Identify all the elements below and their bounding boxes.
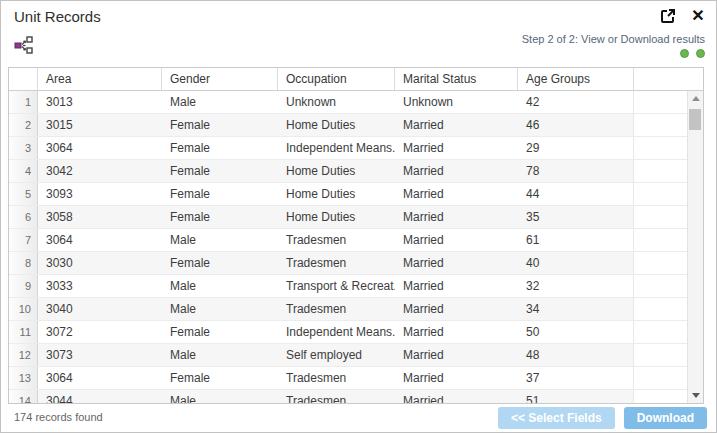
- open-in-new-window-button[interactable]: [659, 7, 677, 25]
- table-cell-marital: Unknown: [395, 91, 518, 113]
- scrollbar-thumb[interactable]: [689, 109, 701, 130]
- table-cell-gender: Male: [162, 275, 278, 297]
- table-header-row: Area Gender Occupation Marital Status Ag…: [9, 68, 703, 91]
- table-cell-gender: Male: [162, 229, 278, 251]
- vertical-scrollbar[interactable]: [687, 91, 703, 403]
- table-cell-area: 3042: [38, 160, 162, 182]
- table-cell-gender: Female: [162, 367, 278, 389]
- relationships-icon[interactable]: [14, 35, 34, 55]
- table-cell-gender: Female: [162, 206, 278, 228]
- table-cell-marital: Married: [395, 321, 518, 343]
- table-cell-age: 42: [518, 91, 634, 113]
- table-cell-age: 29: [518, 137, 634, 159]
- table-cell-area: 3040: [38, 298, 162, 320]
- row-number-cell: 1: [9, 91, 38, 113]
- table-cell-gender: Male: [162, 298, 278, 320]
- table-cell-age: 51: [518, 390, 634, 403]
- table-cell-occupation: Tradesmen: [278, 252, 395, 274]
- table-cell-area: 3064: [38, 137, 162, 159]
- column-header-area[interactable]: Area: [38, 68, 162, 90]
- table-row[interactable]: 43042FemaleHome DutiesMarried78: [9, 160, 703, 183]
- table-cell-area: 3064: [38, 229, 162, 251]
- table-cell-occupation: Tradesmen: [278, 390, 395, 403]
- step-progress-dots: [522, 49, 705, 58]
- table-cell-marital: Married: [395, 298, 518, 320]
- table-row[interactable]: 23015FemaleHome DutiesMarried46: [9, 114, 703, 137]
- table-row[interactable]: 103040MaleTradesmenMarried34: [9, 298, 703, 321]
- table-cell-marital: Married: [395, 137, 518, 159]
- table-cell-occupation: Home Duties: [278, 160, 395, 182]
- table-row[interactable]: 33064FemaleIndependent Means...Married29: [9, 137, 703, 160]
- column-header-gender[interactable]: Gender: [162, 68, 278, 90]
- records-count: 174 records found: [14, 411, 103, 423]
- table-cell-age: 46: [518, 114, 634, 136]
- open-in-new-window-icon: [660, 8, 676, 24]
- table-cell-occupation: Home Duties: [278, 114, 395, 136]
- table-cell-area: 3044: [38, 390, 162, 403]
- table-row[interactable]: 113072FemaleIndependent Means...Married5…: [9, 321, 703, 344]
- table-cell-age: 44: [518, 183, 634, 205]
- table-cell-occupation: Independent Means...: [278, 137, 395, 159]
- table-cell-marital: Married: [395, 160, 518, 182]
- row-number-cell: 11: [9, 321, 38, 343]
- table-cell-age: 50: [518, 321, 634, 343]
- unit-records-dialog: Unit Records ✕: [0, 0, 717, 433]
- table-cell-marital: Married: [395, 229, 518, 251]
- scrollbar-up-button[interactable]: [688, 91, 703, 106]
- table-cell-occupation: Home Duties: [278, 183, 395, 205]
- row-number-cell: 4: [9, 160, 38, 182]
- row-number-cell: 8: [9, 252, 38, 274]
- table-cell-area: 3033: [38, 275, 162, 297]
- row-number-header: [9, 68, 38, 90]
- column-header-marital-status[interactable]: Marital Status: [395, 68, 518, 90]
- table-cell-marital: Married: [395, 367, 518, 389]
- table-cell-marital: Married: [395, 183, 518, 205]
- footer-buttons: << Select Fields Download: [498, 407, 707, 429]
- table-cell-area: 3015: [38, 114, 162, 136]
- table-row[interactable]: 73064MaleTradesmenMarried61: [9, 229, 703, 252]
- select-fields-button[interactable]: << Select Fields: [498, 407, 615, 429]
- table-cell-marital: Married: [395, 114, 518, 136]
- table-row[interactable]: 53093FemaleHome DutiesMarried44: [9, 183, 703, 206]
- table-row[interactable]: 93033MaleTransport & Recreat...Married32: [9, 275, 703, 298]
- table-row[interactable]: 83030FemaleTradesmenMarried40: [9, 252, 703, 275]
- row-number-cell: 9: [9, 275, 38, 297]
- scroll-up-icon: [692, 96, 700, 101]
- row-number-cell: 2: [9, 114, 38, 136]
- scrollbar-down-button[interactable]: [688, 388, 703, 403]
- column-header-age-groups[interactable]: Age Groups: [518, 68, 634, 90]
- close-button[interactable]: ✕: [689, 7, 707, 25]
- table-row[interactable]: 13013MaleUnknownUnknown42: [9, 91, 703, 114]
- table-cell-marital: Married: [395, 206, 518, 228]
- download-button[interactable]: Download: [624, 407, 707, 429]
- records-grid: Area Gender Occupation Marital Status Ag…: [8, 67, 704, 404]
- table-cell-area: 3058: [38, 206, 162, 228]
- table-cell-occupation: Independent Means...: [278, 321, 395, 343]
- table-cell-gender: Male: [162, 390, 278, 403]
- table-cell-marital: Married: [395, 344, 518, 366]
- table-cell-area: 3073: [38, 344, 162, 366]
- table-row[interactable]: 123073MaleSelf employedMarried48: [9, 344, 703, 367]
- table-row[interactable]: 143044MaleTradesmenMarried51: [9, 390, 703, 403]
- table-cell-area: 3093: [38, 183, 162, 205]
- table-cell-gender: Female: [162, 321, 278, 343]
- page-title: Unit Records: [14, 8, 101, 25]
- window-controls: ✕: [659, 7, 707, 25]
- column-header-occupation[interactable]: Occupation: [278, 68, 395, 90]
- table-row[interactable]: 63058FemaleHome DutiesMarried35: [9, 206, 703, 229]
- table-cell-gender: Female: [162, 183, 278, 205]
- header-filler: [634, 68, 703, 90]
- table-cell-gender: Female: [162, 160, 278, 182]
- table-cell-age: 61: [518, 229, 634, 251]
- table-row[interactable]: 133064FemaleTradesmenMarried37: [9, 367, 703, 390]
- close-icon: ✕: [691, 8, 704, 24]
- table-cell-age: 34: [518, 298, 634, 320]
- row-number-cell: 10: [9, 298, 38, 320]
- table-cell-age: 37: [518, 367, 634, 389]
- footer-bar: 174 records found << Select Fields Downl…: [1, 404, 716, 432]
- row-number-cell: 5: [9, 183, 38, 205]
- table-cell-area: 3013: [38, 91, 162, 113]
- row-number-cell: 3: [9, 137, 38, 159]
- table-cell-area: 3072: [38, 321, 162, 343]
- table-cell-age: 40: [518, 252, 634, 274]
